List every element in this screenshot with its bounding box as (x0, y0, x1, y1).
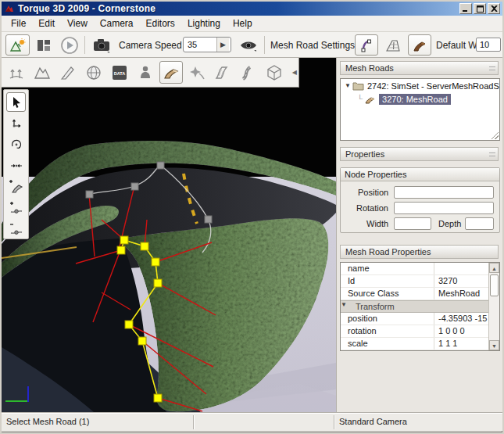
menu-camera[interactable]: Camera (94, 16, 140, 30)
play-button[interactable] (57, 34, 81, 56)
properties-title: Properties (345, 149, 384, 159)
add-road-tool-button[interactable] (6, 177, 26, 196)
camera-visibility-button[interactable] (89, 34, 113, 56)
menu-file[interactable]: File (5, 16, 32, 30)
group-collapse-icon[interactable]: ▼ (341, 301, 347, 312)
menu-view[interactable]: View (61, 16, 94, 30)
maximize-button[interactable] (474, 3, 486, 14)
row-key: Source Class (341, 288, 434, 299)
tree-item-simset[interactable]: ▼ 2742: SimSet - ServerMeshRoadS (341, 79, 499, 92)
table-group-row[interactable]: ▼Transform (341, 300, 499, 313)
select-tool-button[interactable] (6, 92, 26, 112)
move-tool-button[interactable] (6, 113, 26, 133)
tree-item-label: 2742: SimSet - ServerMeshRoadS (367, 81, 499, 91)
decal-road-editor-button[interactable] (237, 61, 260, 84)
row-key: Transform (351, 301, 395, 312)
main-toolbar: Camera Speed 35 ▶ Mesh Road Settings (2, 32, 502, 58)
remove-node-icon (9, 222, 23, 236)
combo-arrow-icon[interactable]: ▶ (216, 38, 229, 52)
row-key: rotation (341, 325, 434, 337)
width-label: Width (366, 219, 388, 228)
datablock-label: DATA (114, 70, 125, 75)
particle-star-icon (188, 64, 206, 81)
table-row: scale1 1 1 (341, 338, 499, 350)
default-width-input[interactable]: 10 (476, 38, 501, 52)
river-editor-button[interactable] (211, 61, 234, 84)
mesh-road-properties-title: Mesh Road Properties (345, 247, 431, 256)
datablock-editor-button[interactable]: DATA (108, 61, 131, 84)
terrain-editor-button[interactable] (30, 61, 54, 84)
camera-speed-label: Camera Speed (119, 40, 182, 51)
menu-editors[interactable]: Editors (140, 16, 181, 30)
road-solid-icon (412, 38, 427, 53)
table-scrollbar[interactable]: ▲ ▼ (488, 263, 499, 350)
rotation-input[interactable] (394, 202, 494, 214)
menu-edit[interactable]: Edit (32, 16, 61, 30)
properties-header: Properties (340, 147, 499, 161)
terrain-painter-button[interactable] (56, 61, 80, 84)
mesh-roads-tree[interactable]: ▼ 2742: SimSet - ServerMeshRoadS └ 3270:… (340, 78, 500, 141)
right-panel: Mesh Roads ▼ 2742: SimSet - ServerMeshRo… (336, 58, 502, 412)
table-row: position-4.35903 -15 (341, 313, 499, 325)
move-arrows-icon (10, 117, 23, 130)
scroll-up-icon[interactable]: ▲ (489, 263, 499, 273)
world-editor-button[interactable] (5, 34, 30, 56)
road-solid-button[interactable] (408, 34, 431, 56)
rotate-tool-button[interactable] (6, 135, 26, 154)
scale-arrows-icon (10, 160, 23, 172)
position-input[interactable] (394, 186, 494, 199)
scroll-thumb[interactable] (490, 274, 499, 296)
object-editor-button[interactable] (5, 61, 28, 84)
table-row: rotation1 0 0 0 (341, 325, 499, 338)
mesh-roads-title: Mesh Roads (345, 63, 394, 73)
close-button[interactable] (488, 3, 500, 14)
spline-tool-button[interactable] (355, 34, 378, 56)
minimize-button[interactable] (459, 3, 472, 14)
visibility-button[interactable] (236, 34, 260, 56)
camera-mode-status: Standard Camera (339, 417, 407, 426)
tree-expand-icon[interactable]: ▼ (345, 82, 352, 89)
status-message: Select Mesh Road (1) (6, 417, 89, 426)
panel-grip[interactable] (489, 66, 495, 70)
player-editor-button[interactable] (134, 61, 157, 84)
menu-help[interactable]: Help (227, 16, 259, 30)
title-bar[interactable]: Torque 3D 2009 - Cornerstone (2, 2, 502, 16)
viewport-scene[interactable] (2, 58, 336, 412)
brush-icon (59, 64, 77, 81)
menu-lighting[interactable]: Lighting (181, 16, 227, 30)
tree-item-meshroad[interactable]: └ 3270: MeshRoad (341, 92, 499, 106)
eye-icon (239, 38, 258, 52)
depth-input[interactable] (465, 217, 494, 230)
mesh-road-properties-table[interactable]: name Id3270 Source ClassMeshRoad ▼Transf… (340, 262, 500, 351)
particle-editor-button[interactable] (185, 61, 209, 84)
folder-icon (352, 81, 364, 91)
app-logo-icon (4, 3, 15, 14)
layout-button[interactable] (32, 34, 55, 56)
insert-node-tool-button[interactable] (6, 198, 26, 217)
shape-editor-button[interactable] (263, 61, 286, 84)
globe-icon (85, 64, 102, 81)
insert-node-icon (9, 201, 23, 215)
tool-palette (3, 89, 29, 239)
scale-tool-button[interactable] (6, 156, 26, 175)
camera-speed-combo[interactable]: 35 ▶ (183, 37, 231, 52)
app-window: Torque 3D 2009 - Cornerstone File Edit V… (0, 0, 504, 434)
scroll-down-icon[interactable]: ▼ (489, 340, 499, 350)
road-wireframe-button[interactable] (381, 34, 405, 56)
toolbar-overflow-arrow-icon[interactable]: ◀ (292, 69, 297, 76)
position-label: Position (358, 188, 388, 197)
viewport-3d[interactable] (2, 58, 336, 412)
mesh-road-editor-button[interactable] (159, 61, 183, 84)
row-key: scale (341, 338, 434, 350)
row-key: Id (341, 275, 434, 287)
river-icon (214, 64, 231, 81)
panel-grip[interactable] (489, 152, 495, 156)
row-key: name (341, 263, 434, 274)
tree-resize-grip[interactable] (491, 132, 499, 139)
remove-node-tool-button[interactable] (6, 219, 26, 239)
width-input[interactable] (394, 217, 431, 230)
world-editor-tab-button[interactable] (82, 61, 105, 84)
play-icon (60, 36, 79, 55)
mesh-road-icon (163, 64, 180, 81)
node-properties-box: Node Properties Position Rotation Width … (340, 167, 500, 233)
